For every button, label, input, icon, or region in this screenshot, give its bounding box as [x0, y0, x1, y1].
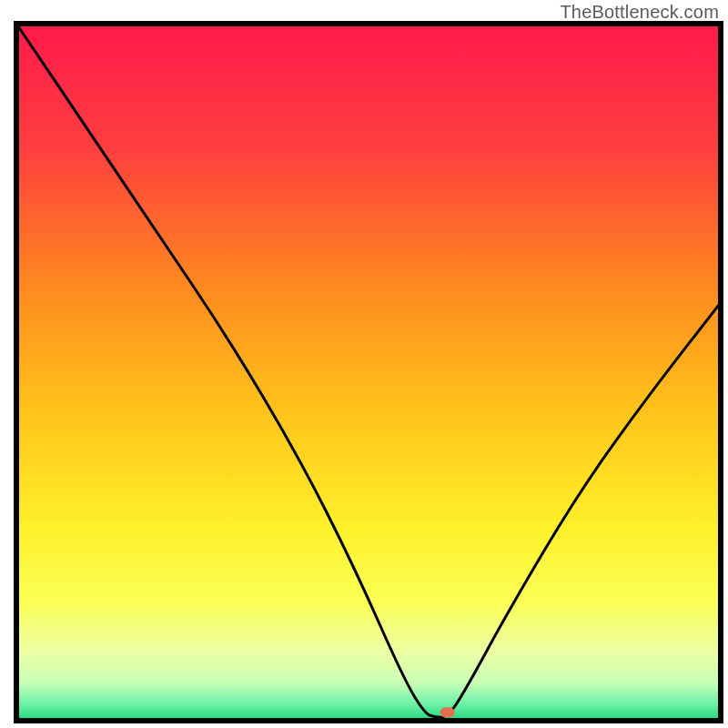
chart-container: TheBottleneck.com	[0, 0, 728, 728]
gradient-background	[16, 24, 721, 721]
optimal-marker	[440, 707, 455, 717]
bottleneck-chart	[0, 0, 728, 728]
attribution-label: TheBottleneck.com	[560, 2, 719, 23]
